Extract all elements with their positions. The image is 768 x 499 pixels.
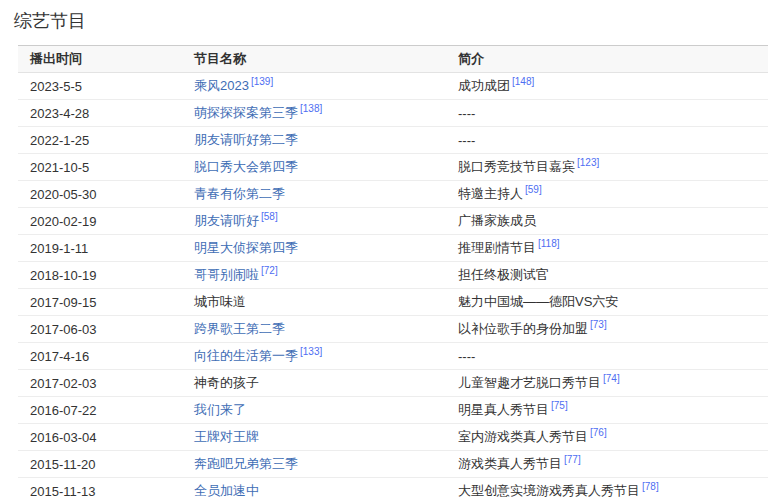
intro-text: 游戏类真人秀节目	[458, 456, 562, 471]
cell-intro: 魅力中国城——德阳VS六安	[446, 289, 768, 316]
cell-intro: 成功成团[148]	[446, 73, 768, 100]
table-row: 2020-05-30青春有你第二季特邀主持人[59]	[18, 181, 768, 208]
cell-show-name: 向往的生活第一季[133]	[182, 343, 446, 370]
variety-shows-section: 综艺节目 播出时间 节目名称 简介 2023-5-5乘风2023[139]成功成…	[0, 0, 768, 499]
show-name-link[interactable]: 跨界歌王第二季	[194, 321, 285, 336]
cell-air-date: 2015-11-20	[18, 451, 182, 478]
cell-air-date: 2015-11-13	[18, 478, 182, 499]
intro-text: ----	[458, 106, 475, 121]
reference-link[interactable]: [76]	[590, 427, 607, 438]
reference-link[interactable]: [75]	[551, 400, 568, 411]
cell-show-name: 哥哥别闹啦[72]	[182, 262, 446, 289]
cell-show-name: 青春有你第二季	[182, 181, 446, 208]
reference-link[interactable]: [78]	[642, 481, 659, 492]
intro-text: 成功成团	[458, 78, 510, 93]
show-name-link[interactable]: 我们来了	[194, 402, 246, 417]
reference-link[interactable]: [118]	[538, 238, 560, 249]
cell-intro: ----	[446, 127, 768, 154]
intro-text: 脱口秀竞技节目嘉宾	[458, 159, 575, 174]
cell-intro: ----	[446, 343, 768, 370]
show-name-link[interactable]: 哥哥别闹啦	[194, 267, 259, 282]
cell-show-name: 跨界歌王第二季	[182, 316, 446, 343]
cell-air-date: 2017-4-16	[18, 343, 182, 370]
show-name-link[interactable]: 萌探探探案第三季	[194, 105, 298, 120]
cell-air-date: 2022-1-25	[18, 127, 182, 154]
intro-text: ----	[458, 133, 475, 148]
section-title: 综艺节目	[0, 0, 768, 32]
intro-text: 广播家族成员	[458, 213, 536, 228]
cell-show-name: 萌探探探案第三季[138]	[182, 100, 446, 127]
cell-show-name: 明星大侦探第四季	[182, 235, 446, 262]
table-row: 2017-02-03神奇的孩子儿童智趣才艺脱口秀节目[74]	[18, 370, 768, 397]
variety-shows-table: 播出时间 节目名称 简介 2023-5-5乘风2023[139]成功成团[148…	[18, 45, 768, 499]
reference-link[interactable]: [139]	[251, 76, 273, 87]
table-row: 2017-09-15城市味道魅力中国城——德阳VS六安	[18, 289, 768, 316]
cell-intro: 大型创意实境游戏秀真人秀节目[78]	[446, 478, 768, 499]
intro-text: 特邀主持人	[458, 186, 523, 201]
cell-intro: ----	[446, 100, 768, 127]
table-row: 2021-10-5脱口秀大会第四季脱口秀竞技节目嘉宾[123]	[18, 154, 768, 181]
cell-intro: 担任终极测试官	[446, 262, 768, 289]
table-row: 2018-10-19哥哥别闹啦[72]担任终极测试官	[18, 262, 768, 289]
cell-air-date: 2016-03-04	[18, 424, 182, 451]
col-header-intro: 简介	[446, 46, 768, 73]
reference-link[interactable]: [74]	[603, 373, 620, 384]
cell-show-name: 我们来了	[182, 397, 446, 424]
cell-air-date: 2017-06-03	[18, 316, 182, 343]
cell-air-date: 2016-07-22	[18, 397, 182, 424]
reference-link[interactable]: [138]	[300, 103, 322, 114]
reference-link[interactable]: [59]	[525, 184, 542, 195]
table-row: 2020-02-19朋友请听好[58]广播家族成员	[18, 208, 768, 235]
col-header-show-name: 节目名称	[182, 46, 446, 73]
cell-air-date: 2023-4-28	[18, 100, 182, 127]
intro-text: 以补位歌手的身份加盟	[458, 321, 588, 336]
table-row: 2017-4-16向往的生活第一季[133]----	[18, 343, 768, 370]
cell-show-name: 王牌对王牌	[182, 424, 446, 451]
table-row: 2022-1-25朋友请听好第二季----	[18, 127, 768, 154]
show-name-link[interactable]: 朋友请听好	[194, 213, 259, 228]
intro-text: 大型创意实境游戏秀真人秀节目	[458, 483, 640, 498]
reference-link[interactable]: [73]	[590, 319, 607, 330]
cell-intro: 室内游戏类真人秀节目[76]	[446, 424, 768, 451]
cell-intro: 特邀主持人[59]	[446, 181, 768, 208]
table-row: 2017-06-03跨界歌王第二季以补位歌手的身份加盟[73]	[18, 316, 768, 343]
show-name-link[interactable]: 王牌对王牌	[194, 429, 259, 444]
reference-link[interactable]: [133]	[300, 346, 322, 357]
show-name-link[interactable]: 全员加速中	[194, 483, 259, 498]
show-name-link[interactable]: 乘风2023	[194, 78, 249, 93]
cell-show-name: 朋友请听好第二季	[182, 127, 446, 154]
intro-text: 推理剧情节目	[458, 240, 536, 255]
cell-air-date: 2019-1-11	[18, 235, 182, 262]
show-name-link[interactable]: 奔跑吧兄弟第三季	[194, 456, 298, 471]
cell-air-date: 2017-02-03	[18, 370, 182, 397]
table-row: 2019-1-11明星大侦探第四季推理剧情节目[118]	[18, 235, 768, 262]
intro-text: 担任终极测试官	[458, 267, 549, 282]
table-row: 2023-4-28萌探探探案第三季[138]----	[18, 100, 768, 127]
cell-show-name: 全员加速中	[182, 478, 446, 499]
intro-text: 儿童智趣才艺脱口秀节目	[458, 375, 601, 390]
show-name-link[interactable]: 明星大侦探第四季	[194, 240, 298, 255]
table-body: 2023-5-5乘风2023[139]成功成团[148]2023-4-28萌探探…	[18, 73, 768, 499]
cell-show-name: 乘风2023[139]	[182, 73, 446, 100]
show-name-text: 神奇的孩子	[194, 375, 259, 390]
reference-link[interactable]: [58]	[261, 211, 278, 222]
intro-text: 明星真人秀节目	[458, 402, 549, 417]
cell-intro: 广播家族成员	[446, 208, 768, 235]
show-name-link[interactable]: 朋友请听好第二季	[194, 132, 298, 147]
cell-air-date: 2020-05-30	[18, 181, 182, 208]
cell-intro: 脱口秀竞技节目嘉宾[123]	[446, 154, 768, 181]
reference-link[interactable]: [123]	[577, 157, 599, 168]
reference-link[interactable]: [148]	[512, 76, 534, 87]
show-name-link[interactable]: 青春有你第二季	[194, 186, 285, 201]
cell-intro: 以补位歌手的身份加盟[73]	[446, 316, 768, 343]
reference-link[interactable]: [77]	[564, 454, 581, 465]
show-name-link[interactable]: 脱口秀大会第四季	[194, 159, 298, 174]
cell-intro: 推理剧情节目[118]	[446, 235, 768, 262]
show-name-link[interactable]: 向往的生活第一季	[194, 348, 298, 363]
reference-link[interactable]: [72]	[261, 265, 278, 276]
cell-air-date: 2020-02-19	[18, 208, 182, 235]
cell-air-date: 2023-5-5	[18, 73, 182, 100]
cell-show-name: 朋友请听好[58]	[182, 208, 446, 235]
table-row: 2015-11-20奔跑吧兄弟第三季游戏类真人秀节目[77]	[18, 451, 768, 478]
cell-show-name: 神奇的孩子	[182, 370, 446, 397]
